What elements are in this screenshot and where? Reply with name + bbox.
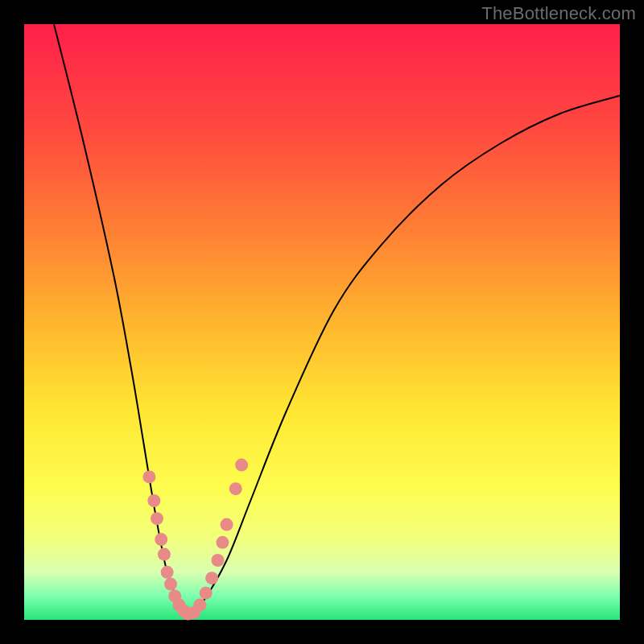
highlight-point <box>193 599 206 612</box>
highlight-point <box>161 566 174 579</box>
watermark-text: TheBottleneck.com <box>481 3 636 24</box>
highlight-point <box>158 548 171 561</box>
highlight-point <box>205 572 218 584</box>
highlight-point <box>235 459 248 472</box>
chart-svg <box>24 24 620 620</box>
bottleneck-curve <box>54 24 620 614</box>
highlight-point <box>212 554 225 567</box>
highlight-point <box>216 536 229 549</box>
highlight-point <box>142 470 155 483</box>
chart-frame: TheBottleneck.com <box>0 0 644 644</box>
highlight-point <box>200 587 213 600</box>
plot-area <box>24 24 620 620</box>
highlight-points-group <box>142 459 248 621</box>
highlight-point <box>155 533 167 546</box>
highlight-point <box>229 482 242 495</box>
highlight-point <box>147 494 160 507</box>
highlight-point <box>221 518 233 531</box>
highlight-point <box>151 512 163 525</box>
highlight-point <box>164 578 177 591</box>
